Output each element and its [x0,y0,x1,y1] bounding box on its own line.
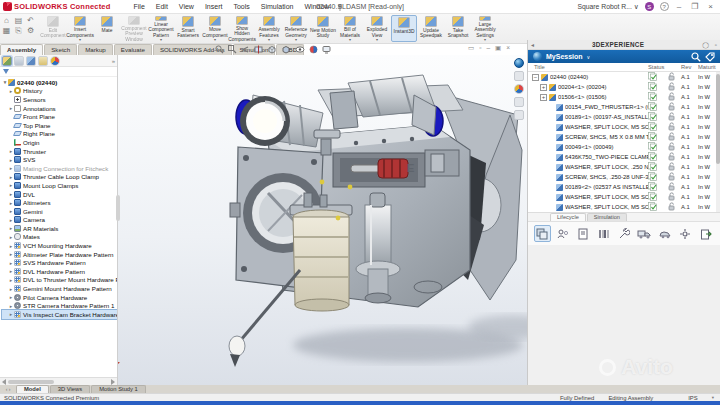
feature-tree-item[interactable]: ▸ DVL to Thruster Mount Hardware Pa [2,276,117,285]
settings-gear-icon-2[interactable] [677,225,693,242]
feature-tree-item[interactable]: ▸ Pilot Camera Hardware [2,293,117,302]
vehicle-icon[interactable] [657,225,673,242]
ribbon-button[interactable]: Mate [94,15,120,42]
feature-tree-item[interactable]: Top Plane [2,121,117,130]
feature-tree-item[interactable]: ▸ DVL [2,190,117,199]
component-row[interactable]: WASHER, SPLIT LOCK, M5 SCR... A.1 In W [528,192,720,202]
panel-bottom-tab[interactable]: Lifecycle [550,213,586,221]
feature-tree-item[interactable]: ▸ Altimeters [2,198,117,207]
feature-tree-item[interactable]: ▸ History [2,87,117,96]
home-icon[interactable]: ⌂ [1,16,12,25]
zoom-fit-icon[interactable] [215,45,224,54]
doc-tile-icon[interactable]: ▫ [479,44,481,52]
configuration-manager-tab-icon[interactable] [26,56,36,66]
feature-tree-item[interactable]: ▸ SVS [2,155,117,164]
delivery-truck-icon[interactable] [636,225,652,242]
ribbon-button[interactable]: New Motion Study [310,15,336,42]
ribbon-button[interactable]: Smart Fasteners [175,15,201,42]
feature-tree-item[interactable]: ▸ Mount Loop Clamps [2,181,117,190]
feature-tree-item[interactable]: ▸ Thruster [2,147,117,156]
menu-item[interactable]: Tools [228,2,254,11]
minimize-button[interactable]: – [675,2,683,11]
account-menu[interactable]: Square Robot R... ∨ [577,3,638,11]
barcode-icon[interactable] [595,225,611,242]
undo-icon[interactable]: ↶ [25,16,36,25]
menu-item[interactable]: File [129,2,150,11]
view-settings-icon[interactable] [322,45,331,54]
ribbon-button[interactable]: Instant3D [391,15,417,42]
feature-tree-item[interactable]: ▸ Vis Inspect Cam Bracket Hardware [2,310,117,319]
document-tab[interactable]: Model [16,385,49,393]
document-tab[interactable]: 3D Views [50,385,90,393]
feature-tree-item[interactable]: ▸ Altimeter Plate Hardware Pattern [2,250,117,259]
pin-icon[interactable] [336,3,344,11]
ribbon-button[interactable]: Reference Geometry ▾ [283,15,309,42]
list-scrollbar-thumb[interactable] [716,74,720,164]
status-units[interactable]: IPS [688,395,698,401]
ribbon-button[interactable]: Large Assembly Settings ▾ [472,15,498,42]
tab-scroll-icons[interactable]: ‹ › [0,386,16,393]
tree-horizontal-scrollbar[interactable] [0,377,117,385]
dimxpert-manager-tab-icon[interactable] [38,56,48,66]
list-scrollbar[interactable] [716,72,720,212]
export-document-icon[interactable] [698,225,714,242]
restore-button[interactable]: ❐ [689,2,700,11]
new-document-icon[interactable]: ▤ [13,16,24,25]
panel-collapse-icon[interactable]: ▫ [712,42,720,48]
ribbon-tab[interactable]: Assembly [0,44,43,55]
ribbon-button[interactable]: Show Hidden Components [229,15,255,42]
ribbon-button[interactable]: Linear Component Pattern ▾ [148,15,174,42]
expand-box-icon[interactable]: + [540,84,547,91]
feature-tree-item[interactable]: Sensors [2,95,117,104]
session-label[interactable]: MySession [546,53,583,60]
edit-appearance-icon[interactable] [309,45,318,54]
previous-view-icon[interactable] [241,45,250,54]
property-manager-tab-icon[interactable] [14,56,24,66]
3dexperience-compass-icon[interactable] [514,58,524,68]
filter-funnel-icon[interactable] [3,69,9,74]
ribbon-button[interactable]: Edit Component [40,15,66,42]
hide-show-items-eye-icon[interactable] [295,45,305,54]
appearances-icon[interactable] [514,84,524,94]
feature-tree-root[interactable]: ▾ 02440 (02440) [2,78,117,87]
component-row[interactable]: 00049<1> (00049) A.1 In W [528,142,720,152]
feature-tree-item[interactable]: ▸ Camera [2,216,117,225]
machining-tools-icon[interactable] [616,225,632,242]
scroll-right-icon[interactable] [111,379,115,385]
feature-tree-item[interactable]: ▸ Annotations [2,104,117,113]
zoom-area-icon[interactable] [228,45,237,54]
expand-box-icon[interactable]: + [540,94,547,101]
feature-tree-item[interactable]: ▸ DVL Hardware Pattern [2,267,117,276]
more-tabs-icon[interactable]: » [112,58,115,64]
component-row[interactable]: SCREW, SHCS, .250-28 UNF-3A... A.1 In W [528,172,720,182]
feature-tree-tab-icon[interactable] [2,56,12,66]
feature-tree-item[interactable]: ▸ Gemini [2,207,117,216]
session-caret-icon[interactable]: ∨ [587,54,591,60]
collaborate-icon[interactable] [555,225,571,242]
panel-options-icon[interactable]: ◯ [699,41,712,48]
component-row[interactable]: − 02440 (02440) A.1 In W [528,72,720,82]
ribbon-tab[interactable]: Markup [78,44,113,55]
column-title[interactable]: Title [534,64,648,70]
feature-tree-item[interactable]: ▸ STR Camera Hardware Pattern 1 [2,301,117,310]
view-orientation-cube-icon[interactable] [267,45,277,54]
component-row[interactable]: 00154_FWD_THRUSTER<1> (00... A.1 In W [528,102,720,112]
ribbon-tab[interactable]: Evaluate [114,44,152,55]
component-row[interactable]: + 00204<1> (00204) A.1 In W [528,82,720,92]
ribbon-button[interactable]: Update Speedpak [418,15,444,42]
feature-tree-item[interactable]: ▸ SVS Hardware Pattern [2,258,117,267]
help-icon[interactable]: ? [660,2,669,11]
menu-item[interactable]: Window [299,2,334,11]
design-library-icon[interactable] [514,71,524,81]
feature-tree-item[interactable]: ▸ Thruster Cable Loop Clamp [2,173,117,182]
panel-bottom-tab[interactable]: Simulation [587,213,627,221]
component-row[interactable]: 00189<1> (00197-AS_INSTALLED) A.1 In W [528,112,720,122]
doc-maximize-icon[interactable]: ▣ [495,44,501,52]
ribbon-button[interactable]: Component Preview Window [121,15,147,42]
feature-tree-item[interactable]: Front Plane [2,112,117,121]
save-icon[interactable]: ▦ [1,26,12,36]
doc-restore-icon[interactable]: ▭ [468,44,474,52]
close-button[interactable]: × [706,2,715,11]
column-maturity[interactable]: Maturit [698,64,720,70]
display-style-icon[interactable] [281,45,291,54]
